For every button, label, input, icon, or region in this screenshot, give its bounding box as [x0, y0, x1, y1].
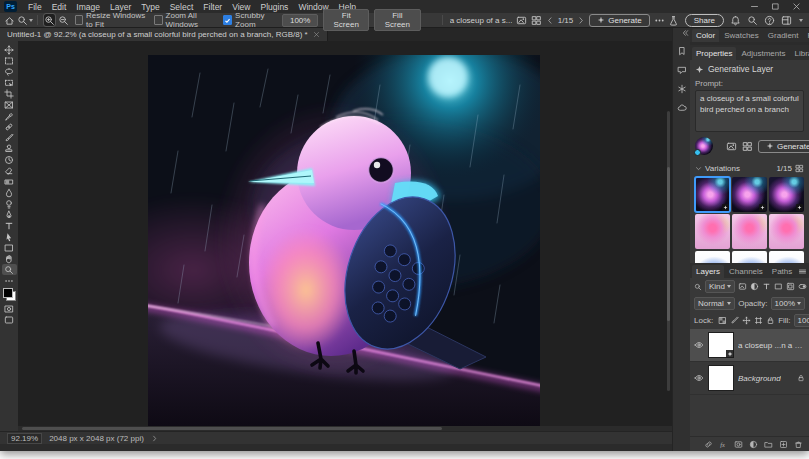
lock-pixels-icon[interactable]: [730, 316, 739, 325]
tool-spot-healing[interactable]: [2, 121, 17, 132]
menu-filter[interactable]: Filter: [198, 2, 227, 12]
type-layer-icon[interactable]: [762, 282, 771, 291]
next-variation-icon[interactable]: [577, 15, 585, 26]
new-group-icon[interactable]: [764, 440, 773, 449]
tool-hand[interactable]: [2, 253, 17, 264]
visibility-eye-icon[interactable]: [694, 340, 704, 350]
menu-image[interactable]: Image: [71, 2, 105, 12]
tool-zoom[interactable]: [2, 264, 17, 275]
tool-quick-mask[interactable]: [2, 303, 17, 314]
tool-type[interactable]: [2, 220, 17, 231]
tool-path-selection[interactable]: [2, 231, 17, 242]
panel-menu-icon[interactable]: [798, 267, 807, 276]
tool-object-selection[interactable]: [2, 77, 17, 88]
tab-layers[interactable]: Layers: [692, 265, 724, 278]
cloud-documents-panel-icon[interactable]: [677, 103, 687, 113]
adjustment-fill-icon[interactable]: [749, 440, 758, 449]
fill-dropdown[interactable]: 100%: [794, 314, 809, 327]
workspace-switcher-icon[interactable]: [781, 15, 792, 26]
close-window-icon[interactable]: [792, 2, 801, 11]
menu-file[interactable]: File: [23, 2, 47, 12]
tab-color[interactable]: Color: [692, 29, 719, 42]
similar-variations-icon[interactable]: [742, 141, 753, 152]
menu-select[interactable]: Select: [165, 2, 199, 12]
visibility-eye-icon[interactable]: [694, 373, 704, 383]
zoom-100-button[interactable]: 100%: [282, 14, 318, 27]
tool-blur[interactable]: [2, 187, 17, 198]
grid-view-icon[interactable]: [795, 164, 804, 173]
shape-layer-icon[interactable]: [774, 282, 783, 291]
share-button[interactable]: Share: [685, 14, 724, 27]
checkbox-scrubby-zoom[interactable]: Scrubby Zoom: [223, 11, 275, 29]
tool-dodge[interactable]: [2, 198, 17, 209]
prompt-snippet[interactable]: a closeup of a s...: [450, 16, 512, 25]
variation-thumbnail-8[interactable]: [732, 251, 767, 263]
menu-layer[interactable]: Layer: [105, 2, 136, 12]
checkbox-zoom-all-windows[interactable]: Zoom All Windows: [154, 11, 217, 29]
link-layers-icon[interactable]: [704, 440, 713, 449]
reference-image-icon[interactable]: [516, 15, 527, 26]
tool-lasso[interactable]: [2, 66, 17, 77]
layer-name[interactable]: a closeup ...n a branch: [738, 341, 805, 350]
document-tab[interactable]: Untitled-1 @ 92.2% (a closeup of a small…: [0, 27, 328, 41]
smart-object-icon[interactable]: [786, 282, 795, 291]
canvas-vertical-scrollbar[interactable]: [667, 111, 670, 391]
similar-variations-icon[interactable]: [531, 15, 542, 26]
menu-edit[interactable]: Edit: [47, 2, 72, 12]
beta-flask-icon[interactable]: [668, 15, 679, 26]
maximize-icon[interactable]: [771, 2, 780, 11]
menu-view[interactable]: View: [227, 2, 255, 12]
variation-thumbnail-7[interactable]: [695, 251, 730, 263]
adjustment-layer-icon[interactable]: [750, 282, 759, 291]
layer-effects-icon[interactable]: fx: [719, 440, 728, 449]
zoom-in-button[interactable]: [44, 14, 55, 26]
search-icon[interactable]: [747, 15, 758, 26]
zoom-out-button[interactable]: [58, 14, 69, 26]
variation-thumbnail-5[interactable]: [732, 214, 767, 249]
generated-result-thumbnail[interactable]: [695, 137, 713, 155]
pixel-layer-icon[interactable]: [738, 282, 747, 291]
status-zoom-level[interactable]: 92.19%: [7, 433, 42, 444]
canvas-artwork[interactable]: [148, 55, 540, 426]
tool-move[interactable]: [2, 44, 17, 55]
tab-properties[interactable]: Properties: [692, 47, 736, 60]
tool-eraser[interactable]: [2, 165, 17, 176]
lock-position-icon[interactable]: [742, 316, 751, 325]
layer-row-background[interactable]: Background: [690, 362, 809, 395]
variation-thumbnail-9[interactable]: [769, 251, 804, 263]
tab-channels[interactable]: Channels: [725, 265, 767, 278]
tool-shape[interactable]: [2, 242, 17, 253]
fit-screen-button[interactable]: Fit Screen: [323, 9, 369, 31]
zoom-tool-preset[interactable]: [18, 14, 31, 26]
lock-artboard-icon[interactable]: [754, 316, 763, 325]
notifications-icon[interactable]: [730, 15, 741, 26]
generative-beta-panel-icon[interactable]: [677, 84, 687, 94]
generate-button-topbar[interactable]: Generate: [589, 14, 649, 27]
collapse-panels-icon[interactable]: [681, 29, 689, 37]
learn-panel-icon[interactable]: [677, 46, 687, 56]
tool-eyedropper[interactable]: [2, 110, 17, 121]
tab-swatches[interactable]: Swatches: [720, 29, 763, 42]
tool-pen[interactable]: [2, 209, 17, 220]
layer-mask-icon[interactable]: [734, 440, 743, 449]
delete-layer-icon[interactable]: [794, 440, 803, 449]
menu-plugins[interactable]: Plugins: [255, 2, 293, 12]
previous-variation-icon[interactable]: [546, 15, 554, 26]
tool-gradient[interactable]: [2, 176, 17, 187]
variation-thumbnail-6[interactable]: [769, 214, 804, 249]
layer-row-generative[interactable]: a closeup ...n a branch: [690, 329, 809, 362]
layer-name[interactable]: Background: [738, 374, 781, 383]
canvas-area[interactable]: [18, 41, 672, 426]
new-layer-icon[interactable]: [779, 440, 788, 449]
tab-gradient[interactable]: Gradient: [764, 29, 803, 42]
variations-collapse-icon[interactable]: [695, 165, 702, 172]
layer-filter-dropdown[interactable]: Kind: [705, 280, 735, 293]
lock-all-icon[interactable]: [766, 316, 775, 325]
checkbox-resize-windows-to-fit[interactable]: Resize Windows to Fit: [75, 11, 148, 29]
minimize-icon[interactable]: [750, 2, 759, 11]
foreground-background-swatches[interactable]: [3, 288, 16, 301]
close-tab-icon[interactable]: [313, 31, 320, 38]
opacity-dropdown[interactable]: 100%: [771, 297, 805, 310]
comments-panel-icon[interactable]: [677, 65, 687, 75]
tool-clone-stamp[interactable]: [2, 143, 17, 154]
